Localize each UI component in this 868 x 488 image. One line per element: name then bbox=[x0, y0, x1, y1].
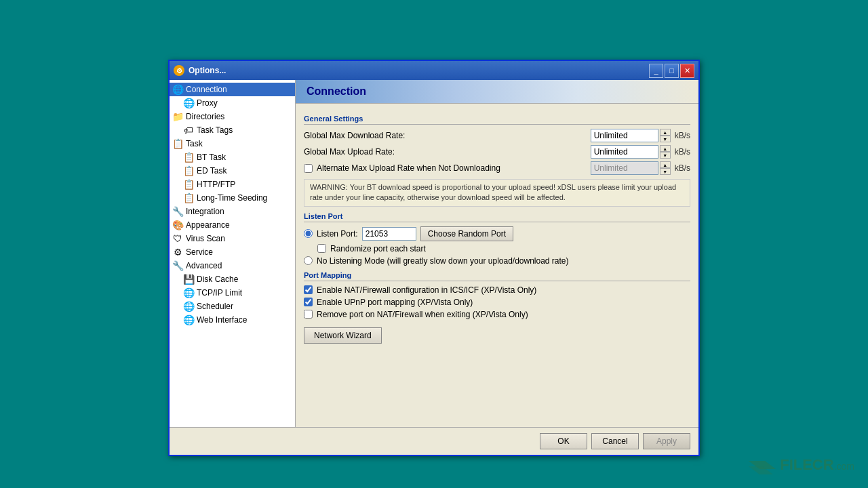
apply-button[interactable]: Apply bbox=[643, 433, 690, 449]
sidebar-item-task[interactable]: 📋 Task bbox=[170, 137, 295, 150]
sidebar-label-integration: Integration bbox=[186, 207, 224, 216]
warning-text: WARNING: Your BT download speed is propo… bbox=[304, 179, 690, 207]
upload-rate-input[interactable] bbox=[591, 145, 658, 159]
upload-rate-input-group: ▲ ▼ kB/s bbox=[591, 145, 690, 159]
sidebar-item-connection[interactable]: 🌐 Connection bbox=[170, 83, 295, 96]
content-panel: Connection General Settings Global Max D… bbox=[296, 80, 698, 427]
alternate-upload-input[interactable] bbox=[591, 161, 658, 175]
remove-port-row: Remove port on NAT/Firewall when exiting… bbox=[304, 310, 690, 319]
remove-port-label: Remove port on NAT/Firewall when exiting… bbox=[317, 310, 528, 319]
connection-icon: 🌐 bbox=[172, 84, 183, 95]
no-listening-label: No Listening Mode (will greatly slow dow… bbox=[317, 256, 569, 266]
sidebar-item-scheduler[interactable]: 🌐 Scheduler bbox=[170, 300, 295, 313]
dialog-body: 🌐 Connection 🌐 Proxy 📁 Directories 🏷 Tas… bbox=[170, 80, 698, 427]
upload-rate-spin-down[interactable]: ▼ bbox=[660, 152, 671, 159]
http-ftp-icon: 📋 bbox=[183, 179, 194, 190]
maximize-button[interactable]: □ bbox=[665, 64, 679, 78]
alternate-upload-spin-down[interactable]: ▼ bbox=[660, 168, 671, 175]
download-rate-spin-down[interactable]: ▼ bbox=[660, 136, 671, 142]
title-bar: ⚙ Options... _ □ ✕ bbox=[170, 61, 698, 80]
title-bar-left: ⚙ Options... bbox=[174, 65, 226, 76]
no-listening-radio[interactable] bbox=[304, 256, 313, 265]
upload-rate-spin-up[interactable]: ▲ bbox=[660, 145, 671, 152]
title-controls: _ □ ✕ bbox=[649, 64, 694, 78]
sidebar-item-bt-task[interactable]: 📋 BT Task bbox=[170, 150, 295, 164]
alternate-upload-label: Alternate Max Upload Rate when Not Downl… bbox=[317, 163, 500, 173]
sidebar-label-proxy: Proxy bbox=[197, 98, 218, 108]
randomize-port-label: Randomize port each start bbox=[330, 244, 426, 253]
directories-icon: 📁 bbox=[172, 111, 183, 122]
alternate-upload-input-group: ▲ ▼ kB/s bbox=[591, 161, 690, 175]
sidebar-item-disk-cache[interactable]: 💾 Disk Cache bbox=[170, 272, 295, 286]
minimize-button[interactable]: _ bbox=[649, 64, 663, 78]
sidebar-item-ed-task[interactable]: 📋 ED Task bbox=[170, 164, 295, 178]
tcp-ip-limit-icon: 🌐 bbox=[183, 287, 194, 298]
sidebar-label-ed-task: ED Task bbox=[197, 166, 226, 176]
sidebar-item-proxy[interactable]: 🌐 Proxy bbox=[170, 96, 295, 110]
sidebar-item-http-ftp[interactable]: 📋 HTTP/FTP bbox=[170, 178, 295, 191]
sidebar-item-service[interactable]: ⚙ Service bbox=[170, 245, 295, 259]
alternate-upload-spin-up[interactable]: ▲ bbox=[660, 161, 671, 168]
remove-port-checkbox[interactable] bbox=[304, 310, 313, 319]
service-icon: ⚙ bbox=[172, 247, 183, 258]
upload-rate-spinner: ▲ ▼ bbox=[660, 145, 671, 159]
upnp-checkbox[interactable] bbox=[304, 298, 313, 306]
randomize-port-checkbox[interactable] bbox=[317, 244, 326, 253]
upload-rate-label: Global Max Upload Rate: bbox=[304, 147, 591, 157]
choose-random-port-button[interactable]: Choose Random Port bbox=[420, 226, 513, 241]
sidebar-item-long-time-seeding[interactable]: 📋 Long-Time Seeding bbox=[170, 191, 295, 205]
sidebar-label-scheduler: Scheduler bbox=[197, 302, 233, 311]
sidebar-label-web-interface: Web Interface bbox=[197, 315, 247, 325]
alternate-upload-unit: kB/s bbox=[675, 163, 690, 173]
panel-header: Connection bbox=[296, 80, 698, 104]
sidebar-label-virus-scan: Virus Scan bbox=[186, 234, 225, 243]
upnp-row: Enable UPnP port mapping (XP/Vista Only) bbox=[304, 298, 690, 307]
port-mapping-label: Port Mapping bbox=[304, 271, 690, 281]
watermark: FILECR.com bbox=[749, 455, 854, 474]
network-wizard-row: Network Wizard bbox=[304, 327, 690, 344]
sidebar-label-directories: Directories bbox=[186, 112, 224, 121]
sidebar-item-web-interface[interactable]: 🌐 Web Interface bbox=[170, 313, 295, 327]
sidebar: 🌐 Connection 🌐 Proxy 📁 Directories 🏷 Tas… bbox=[170, 80, 296, 427]
sidebar-label-task-tags: Task Tags bbox=[197, 125, 233, 135]
virus-scan-icon: 🛡 bbox=[172, 233, 183, 244]
download-rate-input[interactable] bbox=[591, 129, 658, 142]
close-button[interactable]: ✕ bbox=[680, 64, 694, 78]
sidebar-item-directories[interactable]: 📁 Directories bbox=[170, 110, 295, 123]
title-icon: ⚙ bbox=[174, 65, 184, 76]
watermark-text: FILECR.com bbox=[780, 456, 854, 474]
sidebar-label-advanced: Advanced bbox=[186, 261, 222, 270]
sidebar-item-virus-scan[interactable]: 🛡 Virus Scan bbox=[170, 232, 295, 245]
download-rate-spin-up[interactable]: ▲ bbox=[660, 129, 671, 136]
download-rate-row: Global Max Download Rate: ▲ ▼ kB/s bbox=[304, 129, 690, 142]
sidebar-label-bt-task: BT Task bbox=[197, 152, 226, 162]
window-title: Options... bbox=[189, 66, 226, 75]
sidebar-label-long-time-seeding: Long-Time Seeding bbox=[197, 193, 267, 203]
sidebar-item-tcp-ip-limit[interactable]: 🌐 TCP/IP Limit bbox=[170, 286, 295, 300]
nat-firewall-checkbox[interactable] bbox=[304, 285, 313, 294]
ed-task-icon: 📋 bbox=[183, 165, 194, 176]
bt-task-icon: 📋 bbox=[183, 152, 194, 163]
sidebar-item-advanced[interactable]: 🔧 Advanced bbox=[170, 259, 295, 272]
task-tags-icon: 🏷 bbox=[183, 125, 194, 136]
listen-port-input[interactable] bbox=[362, 227, 416, 241]
cancel-button[interactable]: Cancel bbox=[591, 433, 639, 449]
download-rate-label: Global Max Download Rate: bbox=[304, 131, 591, 140]
task-icon: 📋 bbox=[172, 138, 183, 149]
nat-firewall-label: Enable NAT/Firewall configuration in ICS… bbox=[317, 285, 536, 295]
sidebar-item-integration[interactable]: 🔧 Integration bbox=[170, 205, 295, 218]
sidebar-label-connection: Connection bbox=[186, 85, 227, 94]
sidebar-label-task: Task bbox=[186, 139, 203, 148]
download-rate-spinner: ▲ ▼ bbox=[660, 129, 671, 142]
listen-port-radio[interactable] bbox=[304, 229, 313, 238]
listen-port-label: Listen Port bbox=[304, 212, 690, 222]
network-wizard-button[interactable]: Network Wizard bbox=[304, 327, 382, 344]
sidebar-item-appearance[interactable]: 🎨 Appearance bbox=[170, 218, 295, 232]
alternate-upload-checkbox[interactable] bbox=[304, 164, 313, 173]
ok-button[interactable]: OK bbox=[540, 433, 587, 449]
no-listening-row: No Listening Mode (will greatly slow dow… bbox=[304, 256, 690, 266]
sidebar-item-task-tags[interactable]: 🏷 Task Tags bbox=[170, 123, 295, 137]
disk-cache-icon: 💾 bbox=[183, 274, 194, 285]
sidebar-label-tcp-ip-limit: TCP/IP Limit bbox=[197, 288, 242, 298]
listen-port-row: Listen Port: Choose Random Port bbox=[304, 226, 690, 241]
